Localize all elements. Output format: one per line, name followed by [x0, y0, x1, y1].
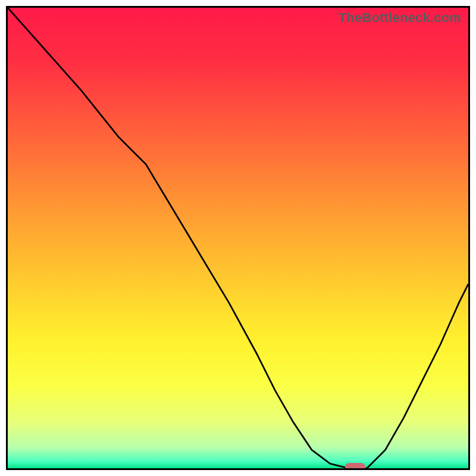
watermark-text: TheBottleneck.com [339, 10, 461, 26]
bottleneck-curve [8, 8, 468, 468]
chart-frame: TheBottleneck.com [6, 6, 470, 470]
optimal-marker [345, 463, 365, 470]
